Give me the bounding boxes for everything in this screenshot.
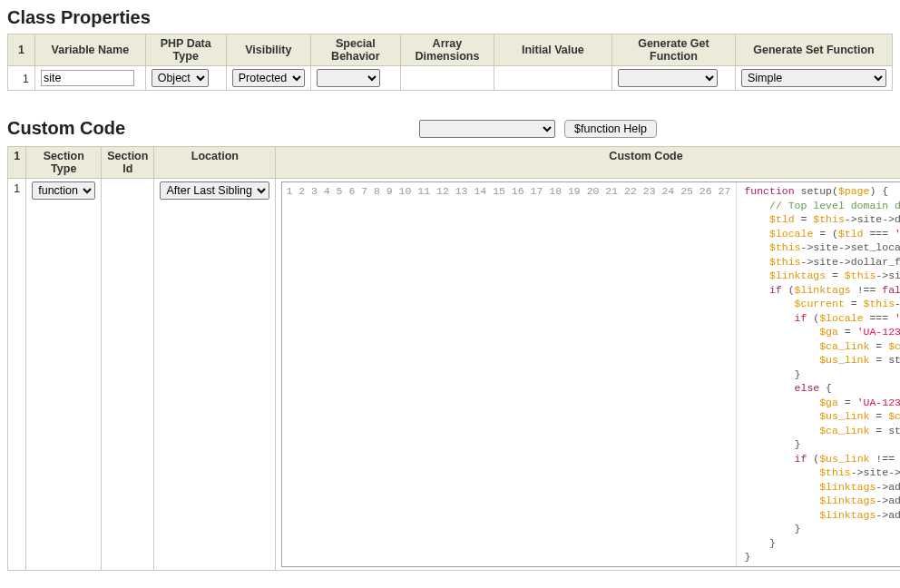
cell-visibility: Protected <box>226 66 310 91</box>
col-generate-set: Generate Set Function <box>735 34 892 66</box>
cell-rownum: 1 <box>8 179 26 571</box>
visibility-select[interactable]: Protected <box>232 69 305 87</box>
cell-array-dimensions <box>400 66 494 91</box>
col-rownum: 1 <box>8 147 26 179</box>
col-rownum: 1 <box>8 34 35 66</box>
cell-generate-get <box>611 66 735 91</box>
function-help-button[interactable]: $function Help <box>564 120 657 138</box>
cell-special-behavior <box>310 66 400 91</box>
php-data-type-select[interactable]: Object <box>152 69 209 87</box>
cell-generate-set: Simple <box>735 66 892 91</box>
section-type-select[interactable]: function <box>32 181 95 200</box>
variable-name-input[interactable] <box>41 70 134 86</box>
col-initial-value: Initial Value <box>494 34 611 66</box>
location-select[interactable]: After Last Sibling <box>160 181 269 200</box>
class-properties-heading: Class Properties <box>7 7 893 28</box>
special-behavior-select[interactable] <box>317 69 380 87</box>
col-variable-name: Variable Name <box>35 34 146 66</box>
class-properties-table: 1 Variable Name PHP Data Type Visibility… <box>7 34 893 91</box>
col-special-behavior: Special Behavior <box>310 34 400 66</box>
code-body[interactable]: function setup($page) { // Top level dom… <box>737 182 900 566</box>
code-gutter: 1 2 3 4 5 6 7 8 9 10 11 12 13 14 15 16 1… <box>282 182 737 566</box>
table-row: 1 function After Last Sibling 1 2 3 4 5 … <box>8 179 901 571</box>
col-generate-get: Generate Get Function <box>611 34 735 66</box>
col-php-data-type: PHP Data Type <box>145 34 226 66</box>
generate-get-select[interactable] <box>618 69 718 87</box>
col-section-id: Section Id <box>102 147 154 179</box>
cell-initial-value <box>494 66 611 91</box>
cell-location: After Last Sibling <box>154 179 276 571</box>
col-location: Location <box>154 147 276 179</box>
cell-section-id <box>102 179 154 571</box>
custom-code-heading: Custom Code <box>7 118 125 139</box>
cell-rownum: 1 <box>8 66 35 91</box>
cell-code: 1 2 3 4 5 6 7 8 9 10 11 12 13 14 15 16 1… <box>276 179 900 571</box>
function-list-select[interactable] <box>419 120 555 138</box>
col-visibility: Visibility <box>226 34 310 66</box>
code-editor[interactable]: 1 2 3 4 5 6 7 8 9 10 11 12 13 14 15 16 1… <box>281 181 900 567</box>
table-row: 1 Object Protected Simple <box>8 66 893 91</box>
generate-set-select[interactable]: Simple <box>741 69 886 87</box>
col-array-dimensions: Array Dimensions <box>400 34 494 66</box>
cell-section-type: function <box>26 179 102 571</box>
custom-code-table: 1 Section Type Section Id Location Custo… <box>7 146 900 571</box>
col-custom-code: Custom Code <box>276 147 900 179</box>
cell-variable-name <box>35 66 146 91</box>
cell-php-data-type: Object <box>145 66 226 91</box>
col-section-type: Section Type <box>26 147 102 179</box>
